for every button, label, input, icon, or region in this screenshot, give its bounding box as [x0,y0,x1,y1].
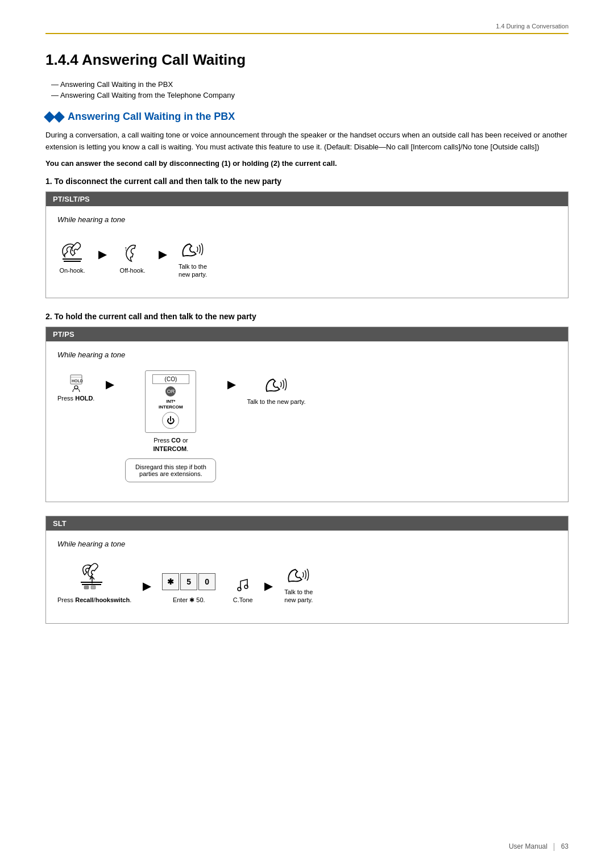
footer-divider [554,843,554,851]
footer-page-number: 63 [561,842,569,850]
step2-flow-row: HOLD Press HOLD. ▶ (CO) [57,370,557,482]
step2-tone-label: While hearing a tone [57,350,557,359]
step1-arrow2: ▶ [159,248,167,261]
step2-hold-label: Press HOLD. [57,394,94,402]
step2-slt-tone-label: While hearing a tone [57,540,557,548]
step1-talk-item: Talk to thenew party. [178,235,208,279]
step1-arrow1: ▶ [98,248,106,261]
body-paragraph: During a conversation, a call waiting to… [45,130,569,153]
step1-diagram-body: While hearing a tone ↓ [46,206,568,298]
step2-co-intercom-area: (CO) OR INT*INTERCOM ⏻ Press CO orINTERC… [125,370,216,482]
step2-enter-label: Enter ✱ 50. [173,596,205,604]
step2-talk-label: Talk to the new party. [247,398,305,406]
int-intercom-label: INT*INTERCOM [159,399,183,410]
step2-co-label: Press CO orINTERCOM. [154,436,189,453]
key-0: 0 [198,573,215,590]
step2-slt-arrow1: ▶ [143,580,151,592]
talk-icon-2 [262,370,291,395]
step2-slt-box-header: SLT [46,516,568,531]
subsection-heading: Answering Call Waiting in the PBX [45,111,569,123]
step1-heading: 1. To disconnect the current call and th… [45,177,569,186]
recall-hookswitch-icon [77,560,111,594]
hold-button-icon: HOLD [63,370,90,392]
co-button: (CO) [152,374,189,384]
step2-ptps-diagram-box: PT/PS While hearing a tone HOLD [45,327,569,502]
step2-slt-talk-item: Talk to thenew party. [284,561,313,604]
intro-bullet-list: Answering Call Waiting in the PBX Answer… [45,80,569,99]
callout-bubble: Disregard this step if both parties are … [125,458,216,482]
svg-rect-11 [91,586,96,589]
intercom-round-button: ⏻ [162,412,179,429]
onhook-phone-icon: ↓ [57,239,87,264]
callout-text: Disregard this step if both parties are … [135,464,206,477]
section-ref-text: 1.4 During a Conversation [496,23,569,30]
step1-tone-label: While hearing a tone [57,215,557,224]
step2-recall-label: Press Recall/hookswitch. [57,596,131,604]
step1-flow-row: ↓ On-hook. ▶ ↑ [57,235,557,279]
bold-note: You can answer the second call by discon… [45,159,569,168]
offhook-phone-icon: ↑ [118,239,147,264]
section-reference: 1.4 During a Conversation [45,23,569,34]
title-text: Answering Call Waiting [82,51,246,68]
step2-heading: 2. To hold the current call and then tal… [45,312,569,321]
step2-slt-diagram-body: While hearing a tone [46,531,568,623]
svg-rect-10 [84,586,89,589]
step1-box-header: PT/SLT/PS [46,192,568,206]
page-title: 1.4.4 Answering Call Waiting [45,51,569,69]
subsection-title-text: Answering Call Waiting in the PBX [68,111,235,123]
or-circle: OR [165,386,176,397]
ctone-label: C.Tone [233,596,253,604]
step2-recall-item: Press Recall/hookswitch. [57,560,131,604]
step2-ptps-box-header: PT/PS [46,327,568,341]
diamond-icon-2 [53,111,65,123]
svg-text:↓: ↓ [70,244,74,253]
title-number: 1.4.4 [45,51,78,68]
key-5: 5 [180,573,197,590]
ctone-icon [233,573,253,594]
diamond-icons [45,113,63,121]
talk-icon-1 [178,235,208,260]
bullet-item-2: Answering Call Waiting from the Telephon… [51,91,569,99]
step2-slt-diagram-box: SLT While hearing a tone [45,516,569,624]
step2-ptps-diagram-body: While hearing a tone HOLD [46,341,568,502]
step1-offhook-item: ↑ Off-hook. [118,239,147,274]
bullet-item-1: Answering Call Waiting in the PBX [51,80,569,89]
step2-hold-item: HOLD Press HOLD. [57,370,94,402]
svg-text:↑: ↑ [124,245,127,253]
step1-offhook-label: Off-hook. [119,266,145,274]
step2-ctone-item: C.Tone [233,573,253,604]
footer-manual-label: User Manual [509,842,547,850]
step1-talk-label: Talk to thenew party. [179,262,207,279]
page-footer: User Manual 63 [509,842,569,851]
step2-keypad-item: ✱ 5 0 Enter ✱ 50. [162,573,215,604]
co-intercom-panel: (CO) OR INT*INTERCOM ⏻ [145,370,196,433]
step1-onhook-item: ↓ On-hook. [57,239,87,274]
step2-slt-talk-label: Talk to thenew party. [284,588,313,604]
step2-arrow2: ▶ [227,378,235,391]
star-key: ✱ [162,573,179,590]
step1-onhook-label: On-hook. [59,266,85,274]
step2-slt-arrow2: ▶ [264,580,272,592]
keypad-sequence: ✱ 5 0 [162,573,215,590]
step2-slt-flow-row: Press Recall/hookswitch. ▶ ✱ 5 0 Enter ✱… [57,560,557,604]
talk-icon-3 [284,561,313,586]
step1-diagram-box: PT/SLT/PS While hearing a tone [45,191,569,299]
svg-text:HOLD: HOLD [72,379,83,383]
step2-arrow1: ▶ [106,378,114,391]
step2-talk-item: Talk to the new party. [247,370,305,406]
